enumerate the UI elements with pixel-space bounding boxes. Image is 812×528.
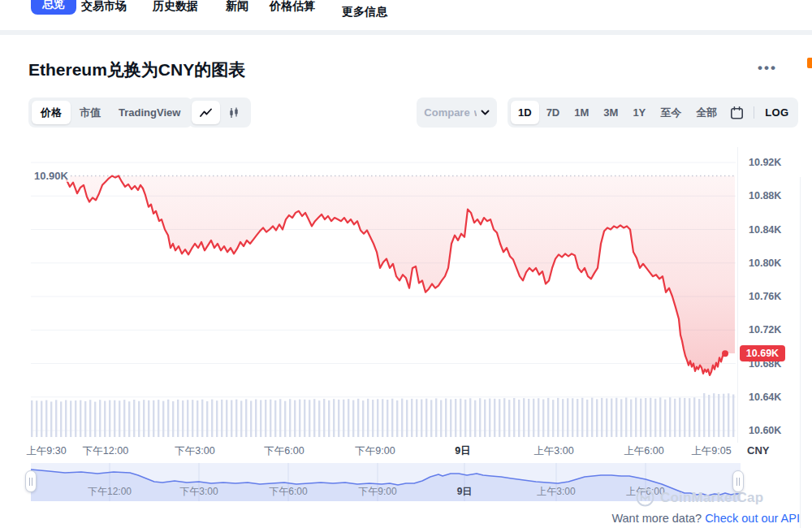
x-axis-label: 上午3:00 — [533, 444, 573, 458]
api-promo-text: Want more data? — [611, 512, 702, 525]
x-axis-label: 下午6:00 — [264, 444, 304, 458]
api-link[interactable]: Check out our API — [705, 512, 800, 525]
tab-markets[interactable]: 交易市场 — [81, 0, 127, 14]
page-title: Ethereum兑换为CNY的图表 — [28, 58, 245, 81]
tab-price-estimates[interactable]: 价格估算 — [270, 0, 315, 14]
x-axis-label: 9日 — [455, 444, 470, 458]
metric-toggle-group: 价格 市值 TradingView — [28, 97, 192, 128]
tab-news[interactable]: 新闻 — [226, 0, 248, 14]
range-1d[interactable]: 1D — [511, 101, 539, 124]
metric-tab-price[interactable]: 价格 — [32, 101, 71, 124]
y-axis-label: 10.84K — [749, 224, 781, 236]
tab-overview[interactable]: 总览 — [31, 0, 76, 15]
price-chart-svg — [31, 146, 736, 437]
y-axis-label: 10.80K — [749, 258, 781, 269]
open-price-label: 10.90K — [32, 170, 70, 182]
x-axis-label: 下午3:00 — [175, 444, 214, 458]
api-promo: Want more data? Check out our API — [0, 512, 800, 525]
line-chart-button[interactable] — [192, 101, 220, 124]
navigator-label: 下午3:00 — [179, 485, 218, 499]
y-axis-labels: 10.92K10.88K10.84K10.80K10.76K10.72K10.6… — [749, 0, 806, 455]
coinmarketcap-logo-icon — [636, 488, 654, 507]
x-axis-labels: 上午9:30下午12:00下午3:00下午6:00下午9:009日上午3:00上… — [31, 444, 736, 459]
chevron-down-icon — [481, 110, 490, 115]
y-axis-label: 10.76K — [749, 291, 781, 302]
y-axis-label: 10.72K — [749, 324, 781, 335]
candlestick-icon — [228, 107, 240, 119]
range-7d[interactable]: 7D — [539, 101, 568, 124]
x-axis-label: 下午12:00 — [83, 444, 128, 458]
range-1y[interactable]: 1Y — [625, 101, 653, 124]
navigator-right-handle[interactable] — [732, 470, 744, 492]
section-divider — [0, 30, 812, 35]
compare-truncated-text: w — [474, 106, 477, 119]
y-axis-label: 10.88K — [749, 190, 781, 201]
navigator-label: 9日 — [457, 485, 473, 499]
x-axis-label: 下午9:00 — [355, 444, 395, 458]
y-axis-label: 10.60K — [749, 425, 781, 436]
cutoff-flame-icon — [807, 58, 812, 68]
metric-tab-tradingview[interactable]: TradingView — [110, 101, 189, 124]
metric-tab-marketcap[interactable]: 市值 — [71, 101, 110, 124]
tab-more-info[interactable]: 更多信息 — [342, 5, 387, 19]
compare-label: Compare — [424, 106, 469, 119]
compare-dropdown[interactable]: Comparew — [417, 97, 497, 128]
y-axis-label: 10.64K — [749, 392, 781, 403]
coin-section-tabs: 总览 交易市场 历史数据 新闻 价格估算 更多信息 — [0, 0, 812, 29]
tab-historical-data[interactable]: 历史数据 — [153, 0, 198, 14]
navigator-left-handle[interactable] — [25, 470, 37, 492]
y-axis-label: 10.92K — [749, 157, 781, 168]
x-axis-label: 上午9:30 — [26, 444, 66, 458]
range-3m[interactable]: 3M — [596, 101, 625, 124]
candlestick-chart-button[interactable] — [220, 101, 248, 124]
x-axis-label: 上午9:05 — [691, 444, 731, 458]
right-panel-divider — [800, 177, 801, 528]
watermark-text: CoinMarketCap — [660, 490, 763, 506]
chart-navigator[interactable]: 下午12:00下午3:00下午6:00下午9:009日上午3:00上午6:00 — [31, 463, 741, 501]
price-chart-plot[interactable]: CoinMarketCap — [31, 146, 736, 437]
navigator-label: 上午3:00 — [537, 485, 575, 499]
range-1m[interactable]: 1M — [567, 101, 596, 124]
currency-unit-label: CNY — [747, 444, 769, 457]
navigator-label: 下午12:00 — [88, 485, 132, 499]
axis-separator — [737, 147, 738, 443]
line-chart-icon — [200, 108, 212, 118]
navigator-label: 下午6:00 — [269, 485, 307, 499]
chart-type-toggle-group — [188, 97, 251, 128]
last-price-badge: 10.69K — [740, 345, 785, 361]
range-ytd[interactable]: 至今 — [653, 101, 689, 124]
calendar-icon — [730, 106, 744, 119]
navigator-label: 下午9:00 — [358, 485, 396, 499]
range-all[interactable]: 全部 — [689, 101, 724, 124]
calendar-button[interactable] — [724, 101, 749, 124]
eth-cny-chart-page: 总览 交易市场 历史数据 新闻 价格估算 更多信息 Ethereum兑换为CNY… — [0, 0, 812, 528]
watermark: CoinMarketCap — [636, 488, 763, 507]
x-axis-label: 上午6:00 — [624, 444, 663, 458]
